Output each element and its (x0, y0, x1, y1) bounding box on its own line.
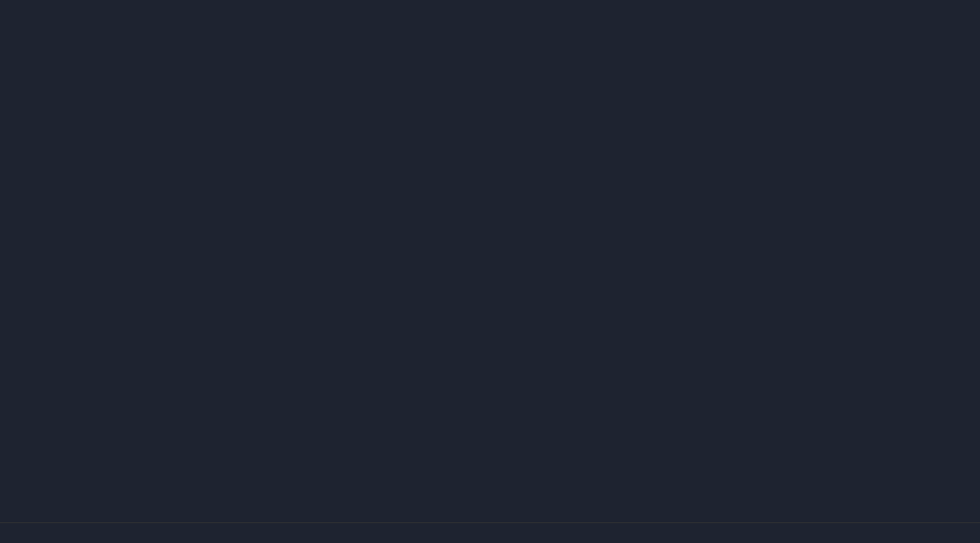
status-bar (0, 522, 980, 543)
code-editor[interactable] (0, 0, 980, 516)
